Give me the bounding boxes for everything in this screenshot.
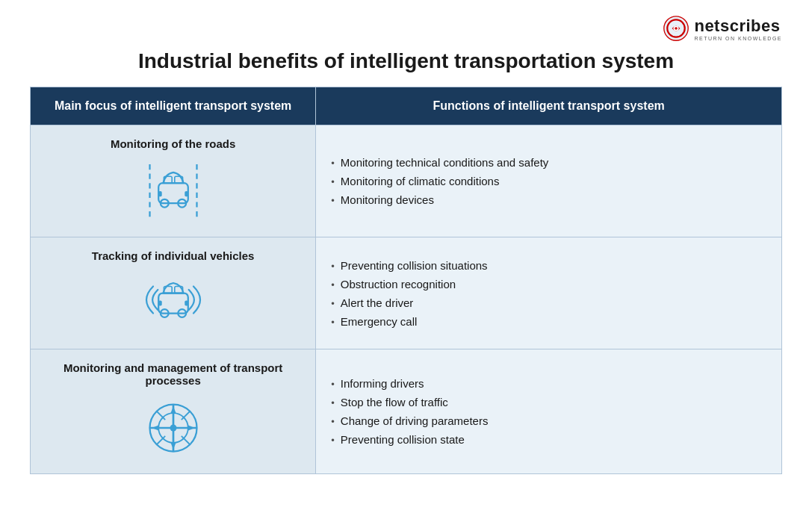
- focus-title-3: Monitoring and management of transport p…: [46, 361, 300, 387]
- bullet: •: [331, 379, 335, 390]
- bullet: •: [331, 195, 335, 206]
- svg-line-25: [181, 411, 190, 420]
- netscribes-logo-icon: [663, 15, 689, 42]
- focus-cell-3: Monitoring and management of transport p…: [31, 349, 316, 474]
- list-item: • Monitoring of climatic conditions: [331, 172, 766, 190]
- focus-cell-1: Monitoring of the roads: [31, 125, 316, 237]
- functions-cell-2: • Preventing collision situations • Obst…: [316, 237, 782, 349]
- function-list-2: • Preventing collision situations • Obst…: [331, 256, 766, 331]
- focus-title-1: Monitoring of the roads: [46, 137, 300, 150]
- svg-point-32: [170, 425, 176, 432]
- page-title: Industrial benefits of intelligent trans…: [30, 49, 782, 73]
- table-row: Tracking of individual vehicles: [31, 237, 782, 349]
- bullet: •: [331, 176, 335, 187]
- bullet: •: [331, 435, 335, 446]
- functions-cell-1: • Monitoring technical conditions and sa…: [316, 125, 782, 237]
- logo: netscribes RETURN ON KNOWLEDGE: [663, 15, 782, 42]
- bullet: •: [331, 158, 335, 169]
- focus-cell-2: Tracking of individual vehicles: [31, 237, 316, 349]
- bullet: •: [331, 261, 335, 272]
- logo-text: netscribes RETURN ON KNOWLEDGE: [694, 16, 782, 41]
- list-item: • Stop the flow of traffic: [331, 393, 766, 411]
- brand-name: netscribes: [694, 16, 782, 36]
- list-item: • Informing drivers: [331, 374, 766, 393]
- list-item: • Change of driving parameters: [331, 411, 766, 430]
- svg-line-26: [156, 436, 165, 445]
- svg-rect-19: [185, 300, 188, 305]
- bullet: •: [331, 317, 335, 328]
- list-item: • Obstruction recognition: [331, 275, 766, 293]
- list-item: • Alert the driver: [331, 293, 766, 312]
- function-list-1: • Monitoring technical conditions and sa…: [331, 153, 766, 209]
- bullet: •: [331, 298, 335, 309]
- bullet: •: [331, 416, 335, 427]
- svg-point-3: [675, 27, 678, 30]
- svg-line-24: [156, 411, 165, 420]
- traffic-management-icon: [140, 394, 207, 461]
- svg-marker-30: [152, 425, 158, 430]
- tagline: RETURN ON KNOWLEDGE: [694, 36, 782, 41]
- traffic-mgmt-icon-area: [46, 394, 300, 461]
- svg-rect-18: [158, 300, 162, 305]
- col1-header: Main focus of intelligent transport syst…: [31, 87, 316, 125]
- svg-marker-28: [170, 406, 176, 413]
- svg-rect-12: [185, 191, 188, 196]
- svg-rect-11: [158, 191, 162, 196]
- list-item: • Emergency call: [331, 312, 766, 331]
- main-table: Main focus of intelligent transport syst…: [30, 87, 782, 474]
- bullet: •: [331, 397, 335, 408]
- svg-marker-29: [170, 443, 176, 450]
- list-item: • Preventing collision situations: [331, 256, 766, 275]
- function-list-3: • Informing drivers • Stop the flow of t…: [331, 374, 766, 449]
- list-item: • Monitoring technical conditions and sa…: [331, 153, 766, 172]
- car-signal-icon-area: [46, 270, 300, 337]
- table-row: Monitoring of the roads: [31, 125, 782, 237]
- svg-marker-31: [187, 425, 194, 430]
- bullet: •: [331, 279, 335, 290]
- car-road-icon: [140, 158, 207, 225]
- functions-cell-3: • Informing drivers • Stop the flow of t…: [316, 349, 782, 474]
- table-row: Monitoring and management of transport p…: [31, 349, 782, 474]
- svg-line-27: [181, 436, 190, 445]
- list-item: • Preventing collision state: [331, 430, 766, 449]
- col2-header: Functions of intelligent transport syste…: [316, 87, 782, 125]
- list-item: • Monitoring devices: [331, 190, 766, 209]
- focus-title-2: Tracking of individual vehicles: [46, 249, 300, 262]
- car-signal-icon: [136, 270, 211, 337]
- header: netscribes RETURN ON KNOWLEDGE: [30, 15, 782, 42]
- car-road-icon-area: [46, 158, 300, 225]
